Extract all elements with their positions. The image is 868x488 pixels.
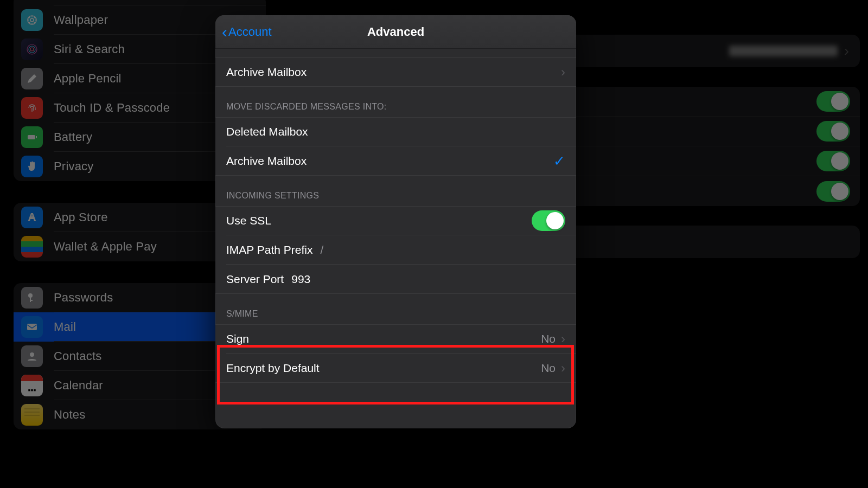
row-label: IMAP Path Prefix bbox=[226, 243, 313, 256]
chevron-left-icon: ‹ bbox=[222, 24, 227, 40]
section-header-incoming: INCOMING SETTINGS bbox=[215, 176, 576, 206]
row-label: Server Port bbox=[226, 273, 284, 286]
deleted-mailbox-option[interactable]: Deleted Mailbox bbox=[215, 117, 576, 146]
checkmark-icon: ✓ bbox=[553, 153, 565, 170]
use-ssl-row[interactable]: Use SSL bbox=[215, 206, 576, 235]
archive-mailbox-row[interactable]: Archive Mailbox › bbox=[215, 57, 576, 87]
row-value: No bbox=[541, 362, 556, 375]
row-label: Deleted Mailbox bbox=[226, 125, 308, 138]
row-label: Archive Mailbox bbox=[226, 66, 307, 79]
advanced-settings-panel: ‹ Account Advanced Archive Mailbox › MOV… bbox=[215, 15, 576, 428]
server-port-row[interactable]: Server Port 993 bbox=[215, 265, 576, 294]
smime-encrypt-row[interactable]: Encrypt by Default No › bbox=[215, 354, 576, 383]
row-label: Sign bbox=[226, 332, 249, 345]
row-label: Use SSL bbox=[226, 214, 271, 227]
section-header-discarded: MOVE DISCARDED MESSAGES INTO: bbox=[215, 87, 576, 117]
row-label: Archive Mailbox bbox=[226, 155, 307, 168]
imap-prefix-row[interactable]: IMAP Path Prefix / bbox=[215, 235, 576, 265]
chevron-right-icon: › bbox=[561, 331, 565, 346]
row-value: No bbox=[541, 332, 556, 345]
row-value: 993 bbox=[291, 273, 310, 286]
archive-mailbox-option[interactable]: Archive Mailbox ✓ bbox=[215, 146, 576, 176]
smime-sign-row[interactable]: Sign No › bbox=[215, 324, 576, 354]
chevron-right-icon: › bbox=[561, 361, 565, 376]
section-header-smime: S/MIME bbox=[215, 294, 576, 324]
back-label: Account bbox=[228, 25, 272, 39]
panel-header: ‹ Account Advanced bbox=[215, 15, 576, 49]
panel-title: Advanced bbox=[367, 25, 424, 39]
chevron-right-icon: › bbox=[561, 65, 565, 80]
panel-body: Archive Mailbox › MOVE DISCARDED MESSAGE… bbox=[215, 49, 576, 428]
row-label: Encrypt by Default bbox=[226, 362, 320, 375]
back-button[interactable]: ‹ Account bbox=[222, 15, 272, 48]
use-ssl-toggle[interactable] bbox=[532, 210, 565, 231]
row-value: / bbox=[321, 243, 324, 256]
